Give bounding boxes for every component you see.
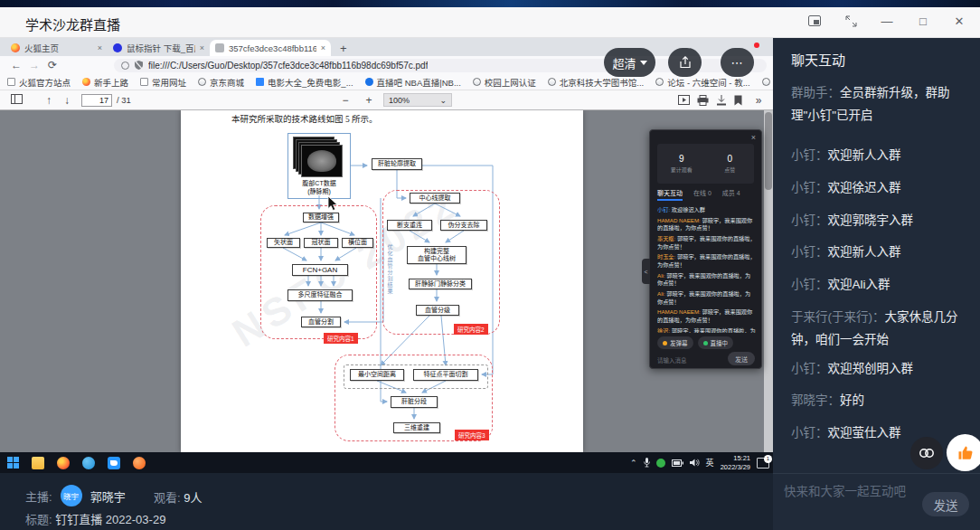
tray-expand-icon[interactable]: ⌃: [630, 459, 637, 468]
console-message: HAMAD NAEEM: 郭晓宇，我来围观你的直播啦，为你点赞！: [657, 308, 756, 324]
zoom-out-icon[interactable]: −: [336, 94, 354, 107]
presentation-mode-icon[interactable]: [678, 95, 690, 105]
previous-page-icon[interactable]: ↑: [40, 94, 58, 107]
bookmark-item[interactable]: 常用网址: [140, 76, 186, 89]
sidebar-toggle-icon[interactable]: [7, 94, 25, 107]
minimize-button[interactable]: —: [879, 13, 895, 29]
page-info-icon[interactable]: [121, 62, 129, 70]
url-text: file:///C:/Users/Guo/Desktop/357cfe3dce3…: [148, 61, 428, 71]
chat-message: 郭晓宇：好的: [791, 389, 965, 412]
console-collapse-handle[interactable]: <: [642, 259, 650, 284]
input-language-indicator[interactable]: 英: [706, 457, 714, 468]
bookmark-item[interactable]: 京东商城: [198, 76, 244, 89]
close-icon[interactable]: ×: [751, 133, 756, 142]
window-titlebar: 学术沙龙群直播 — □ ✕: [0, 7, 980, 38]
print-icon[interactable]: [697, 95, 709, 106]
anchor-avatar[interactable]: 晓宇: [61, 485, 82, 506]
ct-image: [301, 145, 343, 177]
pdf-toolbar: ↑ ↓ / 31 − + 100% ⌄: [0, 90, 773, 110]
danmaku-toggle[interactable]: 发弹幕: [657, 336, 693, 349]
reload-button[interactable]: ⟳: [43, 59, 61, 71]
start-button[interactable]: [0, 452, 25, 473]
bookmark-item[interactable]: 校园上网认证: [473, 76, 536, 89]
like-button[interactable]: [947, 434, 980, 471]
bookmark-item[interactable]: 火狐官方站点: [7, 76, 71, 89]
research3-tag: 研究内容3: [455, 430, 489, 440]
maximize-button[interactable]: □: [915, 13, 931, 29]
browser-tab-home[interactable]: 火狐主页 ×: [5, 40, 108, 56]
current-view-icon[interactable]: [734, 95, 742, 106]
live-console-window[interactable]: × 9 累计观看 0 点赞 聊天互动 在线 0 成员 4 小钉: 欢迎徐迟入群 …: [649, 129, 762, 369]
tab-close-icon[interactable]: ×: [200, 43, 204, 52]
bookmarks-bar: 火狐官方站点 新手上路 常用网址 京东商城 电影大全_免费电影_... 直播吧 …: [0, 74, 773, 90]
next-page-icon[interactable]: ↓: [58, 94, 76, 107]
tab-online[interactable]: 在线 0: [693, 188, 711, 201]
download-icon[interactable]: [716, 95, 727, 106]
share-link-button[interactable]: [910, 437, 943, 469]
chat-input[interactable]: [784, 485, 910, 498]
chat-message: 小钉：欢迎郭晓宇入群: [791, 209, 965, 232]
antivirus-icon[interactable]: [656, 459, 665, 468]
bookmark-item[interactable]: 论坛 - 六维空间 - 教...: [655, 76, 749, 89]
firefox-icon: [82, 78, 90, 86]
action-center-icon[interactable]: 1: [757, 458, 769, 468]
console-message-input[interactable]: [657, 355, 722, 366]
tab-close-icon[interactable]: ×: [98, 43, 102, 52]
bookmark-item[interactable]: 直播吧 NBA直播|NB...: [365, 76, 461, 89]
share-screen-button[interactable]: [668, 48, 702, 77]
console-send-button[interactable]: 发送: [728, 352, 755, 365]
bookmark-item[interactable]: 新手上路: [82, 76, 128, 89]
console-message-list[interactable]: 小钉: 欢迎徐迟入群 HAMAD NAEEM: 郭晓宇，我来围观你的直播啦，为你…: [657, 206, 756, 333]
volume-icon[interactable]: [690, 459, 700, 467]
pdf-scrollbar[interactable]: [764, 110, 773, 452]
site-icon: [256, 78, 264, 86]
close-button[interactable]: ✕: [951, 13, 967, 29]
taskbar-explorer-icon[interactable]: [25, 452, 51, 473]
orange-dot-icon: [663, 341, 667, 345]
chat-panel-title: 聊天互动: [791, 50, 845, 69]
page-count: / 31: [117, 95, 131, 105]
bookmark-item[interactable]: 首页|东北大学IPv6...: [762, 76, 773, 89]
forward-button[interactable]: →: [25, 59, 43, 71]
stream-quality-button[interactable]: 超清: [604, 48, 655, 77]
node-axial: 横位面: [342, 238, 373, 248]
tracking-shield-icon[interactable]: [135, 61, 143, 70]
chat-message: 群助手：全员群新升级，群助理"小钉"已开启: [791, 81, 965, 127]
zoom-select[interactable]: 100% ⌄: [383, 93, 452, 107]
mini-window-icon[interactable]: [806, 13, 823, 29]
chat-input-bar: 发送: [773, 473, 980, 530]
taskbar-clock[interactable]: 15:21 2022/3/29: [721, 454, 750, 471]
back-button[interactable]: ←: [7, 59, 25, 71]
microphone-icon[interactable]: [644, 458, 650, 468]
folder-icon: [140, 78, 148, 86]
new-tab-button[interactable]: +: [340, 40, 347, 56]
bookmark-item[interactable]: 电影大全_免费电影_...: [256, 76, 353, 89]
tab-chat[interactable]: 聊天互动: [657, 188, 683, 201]
globe-icon: [473, 78, 481, 86]
taskbar-firefox-icon[interactable]: [51, 452, 76, 473]
research2-tag: 研究内容2: [454, 324, 488, 335]
pdf-scrollbar-thumb[interactable]: [765, 112, 772, 190]
send-button[interactable]: 发送: [922, 492, 969, 516]
tab-close-icon[interactable]: ×: [321, 43, 325, 52]
globe-icon: [548, 78, 556, 86]
browser-tab-pdf[interactable]: 357cfe3dce3c48fbb116b98dc69b... ×: [210, 40, 331, 56]
battery-icon[interactable]: [672, 459, 683, 467]
pdf-more-tools-icon[interactable]: »: [749, 94, 768, 107]
taskbar-music-icon[interactable]: [127, 452, 152, 473]
browser-tab-search[interactable]: 鼠标指针 下载_百度搜索 ×: [108, 40, 210, 56]
fullscreen-icon[interactable]: [843, 13, 859, 29]
node-liver-contour: 肝脏轮廓提取: [372, 158, 422, 170]
node-classify: 肝静脉门静脉分类: [409, 279, 472, 289]
page-number-input[interactable]: [81, 94, 112, 107]
zoom-in-icon[interactable]: +: [360, 94, 378, 107]
chat-message: 小钉：欢迎萤仕入群: [791, 421, 965, 444]
live-status-toggle[interactable]: 直播中: [698, 336, 734, 349]
taskbar-app-icon[interactable]: [76, 452, 101, 473]
more-options-button[interactable]: ⋯: [721, 48, 754, 77]
globe-icon: [762, 78, 770, 86]
taskbar-dingtalk-icon[interactable]: [101, 452, 127, 473]
browser-tabstrip: 火狐主页 × 鼠标指针 下载_百度搜索 × 357cfe3dce3c48fbb1…: [0, 38, 773, 56]
tab-members[interactable]: 成员 4: [722, 188, 740, 201]
bookmark-item[interactable]: 北京科技大学图书馆...: [548, 76, 644, 89]
